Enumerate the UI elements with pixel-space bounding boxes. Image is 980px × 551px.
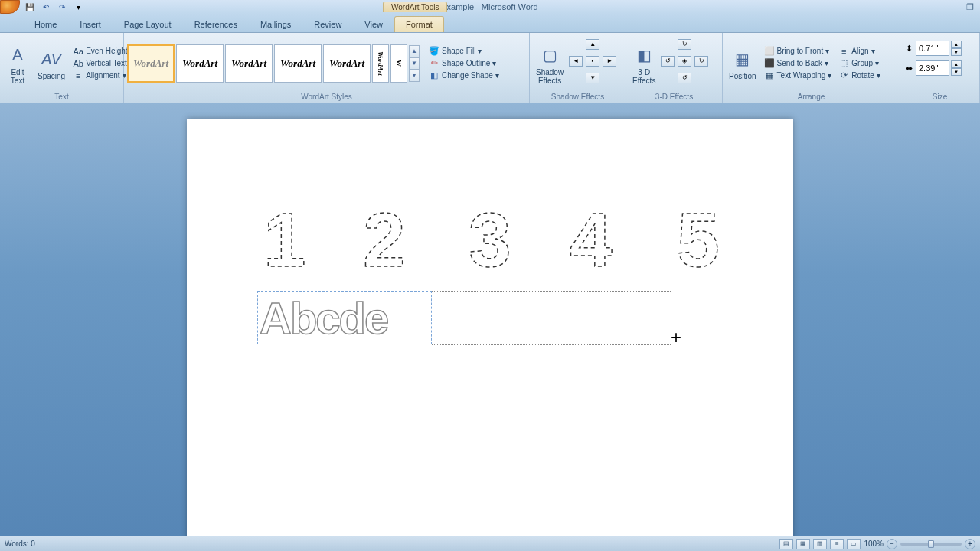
- vertical-text-label: Vertical Text: [86, 59, 127, 67]
- zoom-percent[interactable]: 100%: [864, 540, 884, 548]
- quick-access-toolbar: 💾 ↶ ↷ ▾: [23, 1, 85, 13]
- even-height-button[interactable]: AaEven Height: [70, 45, 129, 57]
- letters-text: Abcde: [260, 292, 387, 344]
- tab-review[interactable]: Review: [302, 16, 353, 32]
- tab-references[interactable]: References: [183, 16, 249, 32]
- num-1: 1: [263, 197, 332, 278]
- height-input[interactable]: [916, 41, 949, 56]
- align-button[interactable]: ≡Align ▾: [836, 45, 877, 57]
- even-height-label: Even Height: [86, 47, 127, 55]
- undo-icon[interactable]: ↶: [39, 1, 53, 13]
- threed-tilt-left[interactable]: ↺: [661, 56, 675, 67]
- save-icon[interactable]: 💾: [23, 1, 37, 13]
- gallery-up-icon[interactable]: ▲: [409, 45, 420, 57]
- maximize-button[interactable]: ❐: [965, 2, 975, 11]
- style-thumb-2[interactable]: WordArt: [176, 44, 224, 83]
- threed-effects-button[interactable]: ◧ 3-D Effects: [629, 41, 658, 86]
- shadow-effects-button[interactable]: ▢ Shadow Effects: [533, 41, 567, 86]
- style-thumb-4[interactable]: WordArt: [274, 44, 322, 83]
- zoom-in-button[interactable]: +: [965, 539, 975, 549]
- vertical-text-button[interactable]: AbVertical Text: [70, 57, 129, 70]
- view-web-layout[interactable]: ▥: [813, 539, 827, 549]
- style-thumb-1[interactable]: WordArt: [127, 44, 175, 83]
- width-spin-up[interactable]: ▲: [951, 60, 962, 68]
- tab-insert[interactable]: Insert: [68, 16, 113, 32]
- ribbon-tabs: Home Insert Page Layout References Maili…: [0, 14, 980, 33]
- shape-outline-button[interactable]: ✏Shape Outline ▾: [426, 57, 498, 70]
- redo-icon[interactable]: ↷: [55, 1, 69, 13]
- title-bar: 💾 ↶ ↷ ▾ example - Microsoft Word WordArt…: [0, 0, 980, 14]
- rotate-icon: ⟳: [838, 70, 849, 81]
- align-label: Align: [851, 47, 868, 55]
- spacing-label: Spacing: [38, 72, 65, 80]
- text-wrapping-label: Text Wrapping: [777, 71, 826, 80]
- tab-page-layout[interactable]: Page Layout: [113, 16, 183, 32]
- change-shape-icon: ◧: [429, 70, 439, 81]
- shadow-nudge-left[interactable]: ◄: [569, 56, 583, 67]
- shape-fill-button[interactable]: 🪣Shape Fill ▾: [426, 45, 484, 57]
- alignment-label: Alignment: [86, 71, 119, 80]
- tab-view[interactable]: View: [353, 16, 394, 32]
- alignment-button[interactable]: ≡Alignment ▾: [70, 70, 128, 82]
- tab-mailings[interactable]: Mailings: [249, 16, 302, 32]
- threed-toggle[interactable]: ◈: [678, 56, 691, 67]
- width-input[interactable]: [916, 60, 949, 76]
- group-label-text: Text: [3, 92, 120, 103]
- send-to-back-label: Send to Back: [777, 59, 822, 67]
- shadow-nudge-right[interactable]: ►: [603, 56, 616, 67]
- shadow-effects-icon: ▢: [538, 42, 561, 68]
- threed-tilt-up[interactable]: ↻: [678, 39, 691, 50]
- shadow-toggle[interactable]: ▪: [586, 56, 599, 67]
- bring-to-front-button[interactable]: ⬜Bring to Front ▾: [762, 45, 832, 57]
- gallery-down-icon[interactable]: ▼: [409, 57, 420, 70]
- send-to-back-button[interactable]: ⬛Send to Back ▾: [762, 57, 831, 70]
- width-spin-down[interactable]: ▼: [951, 68, 962, 76]
- change-shape-button[interactable]: ◧Change Shape ▾: [426, 70, 501, 82]
- height-spin-up[interactable]: ▲: [951, 41, 962, 48]
- view-print-layout[interactable]: ▤: [779, 539, 793, 549]
- minimize-button[interactable]: —: [943, 2, 954, 11]
- zoom-slider[interactable]: [900, 543, 962, 546]
- spacing-button[interactable]: AV Spacing: [34, 44, 68, 82]
- view-full-screen[interactable]: ▦: [796, 539, 810, 549]
- zoom-slider-thumb[interactable]: [928, 540, 934, 548]
- threed-tilt-right[interactable]: ↻: [694, 56, 708, 67]
- shadow-nudge-up[interactable]: ▲: [586, 39, 599, 50]
- qat-dropdown-icon[interactable]: ▾: [71, 1, 85, 13]
- style-thumb-7[interactable]: W: [390, 44, 407, 83]
- rotate-button[interactable]: ⟳Rotate ▾: [836, 70, 882, 82]
- zoom-out-button[interactable]: −: [887, 539, 897, 549]
- edit-text-button[interactable]: A Edit Text: [3, 41, 32, 86]
- height-icon: ⬍: [903, 43, 914, 54]
- group-button[interactable]: ⬚Group ▾: [836, 57, 881, 70]
- document-area[interactable]: 1 2 3 4 5 Abcde +: [0, 103, 980, 536]
- position-icon: ▦: [731, 46, 754, 72]
- spacing-icon: AV: [40, 46, 63, 72]
- alignment-icon: ≡: [73, 70, 83, 81]
- bring-to-front-label: Bring to Front: [777, 47, 824, 55]
- text-wrapping-button[interactable]: ▦Text Wrapping ▾: [762, 70, 835, 82]
- status-words[interactable]: Words: 0: [5, 540, 779, 548]
- threed-effects-icon: ◧: [632, 42, 655, 68]
- position-button[interactable]: ▦ Position: [726, 44, 760, 82]
- letters-selection-box[interactable]: Abcde: [257, 291, 432, 344]
- threed-tilt-down[interactable]: ↺: [678, 73, 691, 83]
- window-title: example - Microsoft Word: [442, 2, 537, 11]
- shape-outline-label: Shape Outline: [442, 59, 490, 67]
- view-outline[interactable]: ≡: [830, 539, 844, 549]
- shadow-nudge-down[interactable]: ▼: [586, 73, 599, 83]
- ribbon: A Edit Text AV Spacing AaEven Height AbV…: [0, 33, 980, 103]
- gallery-more-icon[interactable]: ▾: [409, 70, 420, 82]
- tab-home[interactable]: Home: [23, 16, 68, 32]
- view-draft[interactable]: ▭: [847, 539, 861, 549]
- height-spin-down[interactable]: ▼: [951, 48, 962, 56]
- page: 1 2 3 4 5 Abcde +: [187, 119, 793, 536]
- group-button-label: Group: [851, 59, 873, 67]
- tab-format[interactable]: Format: [394, 16, 444, 32]
- style-thumb-5[interactable]: WordArt: [323, 44, 371, 83]
- wordart-letters[interactable]: Abcde: [257, 291, 671, 344]
- style-thumb-3[interactable]: WordArt: [225, 44, 273, 83]
- style-thumb-6[interactable]: WordArt: [372, 44, 389, 83]
- office-button[interactable]: [0, 0, 20, 14]
- ribbon-group-arrange: ▦ Position ⬜Bring to Front ▾ ⬛Send to Ba…: [723, 33, 900, 103]
